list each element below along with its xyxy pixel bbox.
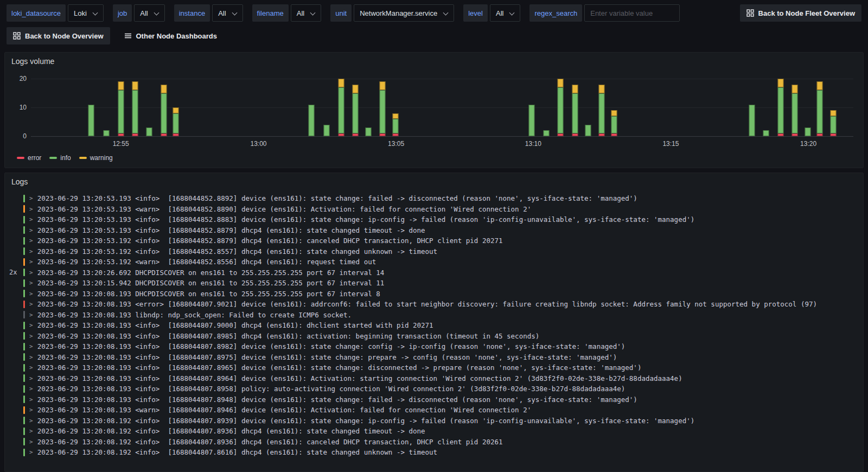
- expand-chevron-icon[interactable]: >: [29, 248, 33, 255]
- expand-chevron-icon[interactable]: >: [29, 417, 33, 424]
- volume-bar[interactable]: [161, 85, 167, 136]
- expand-chevron-icon[interactable]: >: [29, 343, 33, 350]
- level-dropdown[interactable]: All: [490, 4, 520, 22]
- expand-chevron-icon[interactable]: >: [29, 354, 33, 361]
- back-to-node-fleet-overview-button[interactable]: Back to Node Fleet Overview: [740, 4, 861, 22]
- filename-dropdown[interactable]: All: [291, 4, 321, 22]
- volume-bar[interactable]: [817, 81, 823, 136]
- volume-bar[interactable]: [585, 125, 591, 136]
- volume-bar[interactable]: [323, 125, 329, 136]
- expand-chevron-icon[interactable]: >: [29, 227, 33, 234]
- legend-item-error[interactable]: error: [17, 154, 41, 162]
- volume-bar[interactable]: [777, 79, 783, 136]
- volume-bar[interactable]: [611, 110, 617, 136]
- expand-chevron-icon[interactable]: >: [29, 206, 33, 213]
- expand-chevron-icon[interactable]: >: [29, 385, 33, 392]
- log-row[interactable]: >2023-06-29 13:20:53.193 <warn> [1688044…: [9, 204, 859, 215]
- log-row[interactable]: >2023-06-29 13:20:08.193 libndp: ndp_soc…: [9, 310, 859, 321]
- volume-bar[interactable]: [749, 105, 755, 136]
- log-row[interactable]: 2x>2023-06-29 13:20:26.692 DHCPDISCOVER …: [9, 267, 859, 278]
- volume-bar[interactable]: [104, 130, 110, 136]
- instance-dropdown[interactable]: All: [212, 4, 242, 22]
- log-row[interactable]: >2023-06-29 13:20:08.193 <error> [168804…: [9, 299, 859, 310]
- log-row[interactable]: >2023-06-29 13:20:08.193 <info> [1688044…: [9, 384, 859, 394]
- volume-bar[interactable]: [792, 85, 797, 136]
- expand-chevron-icon[interactable]: >: [29, 333, 33, 340]
- log-level-bar: [23, 237, 25, 245]
- volume-bar[interactable]: [830, 110, 836, 136]
- log-row[interactable]: >2023-06-29 13:20:53.193 <info> [1688044…: [9, 214, 859, 225]
- log-row[interactable]: >2023-06-29 13:20:08.192 <info> [1688044…: [9, 447, 859, 458]
- volume-bar[interactable]: [393, 113, 399, 136]
- volume-bar[interactable]: [379, 81, 385, 136]
- volume-bar[interactable]: [309, 105, 315, 136]
- log-row[interactable]: >2023-06-29 13:20:08.193 <info> [1688044…: [9, 373, 859, 384]
- loki-datasource-dropdown[interactable]: Loki: [68, 4, 104, 22]
- expand-chevron-icon[interactable]: >: [29, 406, 33, 413]
- log-row[interactable]: >2023-06-29 13:20:08.193 <info> [1688044…: [9, 352, 859, 363]
- legend-item-warning[interactable]: warning: [79, 154, 113, 162]
- volume-bar[interactable]: [88, 105, 94, 136]
- expand-chevron-icon[interactable]: >: [29, 258, 33, 265]
- expand-chevron-icon[interactable]: >: [29, 195, 33, 202]
- expand-chevron-icon[interactable]: >: [29, 269, 33, 276]
- volume-bar[interactable]: [805, 127, 811, 136]
- log-level-bar: [23, 258, 25, 266]
- bar-segment-info: [792, 93, 797, 133]
- log-row[interactable]: >2023-06-29 13:20:08.193 DHCPDISCOVER on…: [9, 289, 859, 299]
- log-level-bar: [23, 247, 25, 255]
- volume-bar[interactable]: [572, 85, 578, 136]
- unit-dropdown[interactable]: NetworkManager.service: [354, 4, 454, 22]
- job-dropdown[interactable]: All: [134, 4, 164, 22]
- expand-chevron-icon[interactable]: >: [29, 279, 33, 286]
- volume-bar[interactable]: [146, 127, 152, 136]
- expand-chevron-icon[interactable]: >: [29, 322, 33, 329]
- volume-bar[interactable]: [173, 107, 178, 136]
- log-row[interactable]: >2023-06-29 13:20:08.193 <info> [1688044…: [9, 362, 859, 373]
- log-level-bar: [23, 290, 25, 297]
- volume-bar[interactable]: [558, 79, 564, 136]
- chevron-down-icon: [310, 10, 315, 16]
- expand-chevron-icon[interactable]: >: [29, 301, 33, 308]
- log-row[interactable]: >2023-06-29 13:20:53.193 <info> [1688044…: [9, 225, 859, 236]
- log-row[interactable]: >2023-06-29 13:20:53.192 <info> [1688044…: [9, 235, 859, 246]
- log-row[interactable]: >2023-06-29 13:20:08.192 <info> [1688044…: [9, 437, 859, 448]
- log-row[interactable]: >2023-06-29 13:20:08.193 <info> [1688044…: [9, 331, 859, 342]
- log-row[interactable]: >2023-06-29 13:20:08.192 <info> [1688044…: [9, 416, 859, 426]
- volume-bar[interactable]: [763, 130, 769, 136]
- expand-chevron-icon[interactable]: >: [29, 438, 33, 445]
- regex-search-input[interactable]: [584, 4, 680, 22]
- expand-chevron-icon[interactable]: >: [29, 375, 33, 382]
- bar-segment-warning: [353, 85, 359, 93]
- log-row[interactable]: >2023-06-29 13:20:08.193 <info> [1688044…: [9, 341, 859, 352]
- volume-bar[interactable]: [338, 79, 344, 136]
- volume-bar[interactable]: [365, 127, 371, 136]
- expand-chevron-icon[interactable]: >: [29, 449, 33, 456]
- back-to-node-overview-button[interactable]: Back to Node Overview: [7, 27, 110, 44]
- volume-bar[interactable]: [528, 105, 534, 136]
- expand-chevron-icon[interactable]: >: [29, 311, 33, 318]
- log-row[interactable]: >2023-06-29 13:20:53.192 <info> [1688044…: [9, 246, 859, 257]
- panel-title[interactable]: Logs volume: [5, 53, 863, 69]
- log-row[interactable]: >2023-06-29 13:20:08.193 <warn> [1688044…: [9, 405, 859, 416]
- volume-bar[interactable]: [353, 85, 359, 136]
- expand-chevron-icon[interactable]: >: [29, 237, 33, 244]
- legend-item-info[interactable]: info: [49, 154, 71, 162]
- volume-bar[interactable]: [132, 81, 138, 136]
- expand-chevron-icon[interactable]: >: [29, 364, 33, 371]
- other-node-dashboards-link[interactable]: Other Node Dashboards: [124, 32, 218, 40]
- panel-title[interactable]: Logs: [5, 173, 863, 190]
- log-row[interactable]: >2023-06-29 13:20:08.193 <info> [1688044…: [9, 394, 859, 405]
- log-row[interactable]: >2023-06-29 13:20:08.193 <info> [1688044…: [9, 320, 859, 331]
- expand-chevron-icon[interactable]: >: [29, 428, 33, 435]
- expand-chevron-icon[interactable]: >: [29, 290, 33, 297]
- volume-bar[interactable]: [599, 85, 605, 136]
- log-row[interactable]: >2023-06-29 13:20:08.192 <info> [1688044…: [9, 426, 859, 437]
- log-row[interactable]: >2023-06-29 13:20:15.942 DHCPDISCOVER on…: [9, 278, 859, 289]
- volume-bar[interactable]: [118, 81, 124, 136]
- log-row[interactable]: >2023-06-29 13:20:53.192 <warn> [1688044…: [9, 257, 859, 267]
- expand-chevron-icon[interactable]: >: [29, 216, 33, 223]
- volume-bar[interactable]: [544, 130, 550, 136]
- log-row[interactable]: >2023-06-29 13:20:53.193 <info> [1688044…: [9, 193, 859, 204]
- expand-chevron-icon[interactable]: >: [29, 396, 33, 403]
